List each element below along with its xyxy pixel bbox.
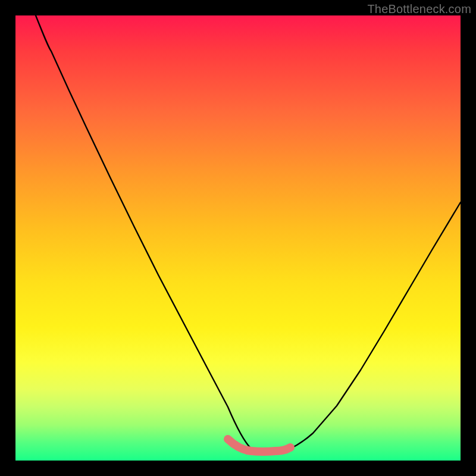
plot-area bbox=[15, 15, 461, 461]
optimum-trough bbox=[228, 439, 290, 452]
watermark-text: TheBottleneck.com bbox=[367, 2, 471, 16]
bottleneck-curve bbox=[36, 15, 461, 452]
curve-layer bbox=[15, 15, 461, 461]
chart-frame: TheBottleneck.com bbox=[0, 0, 476, 476]
